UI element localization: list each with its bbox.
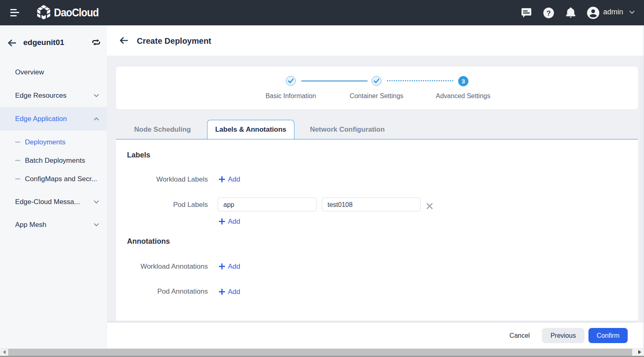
svg-text:?: ? xyxy=(546,9,550,17)
